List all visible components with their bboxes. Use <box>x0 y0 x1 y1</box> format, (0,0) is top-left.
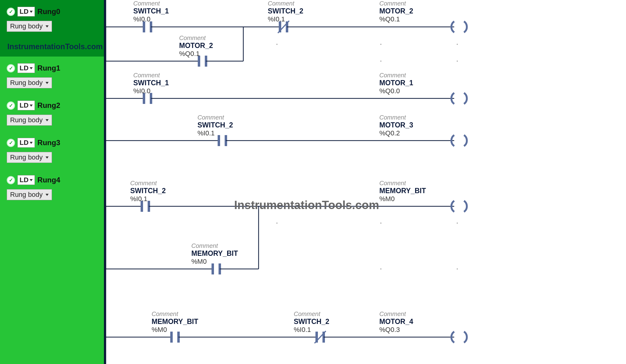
rung-block-0: ✓ LD Rung0 Rung body InstrumentationTool… <box>0 0 104 57</box>
language-dropdown[interactable]: LD <box>17 7 35 17</box>
element-address: %M0 <box>191 258 238 266</box>
rung-body-dropdown[interactable]: Rung body <box>7 21 52 32</box>
svg-point-45 <box>380 268 381 270</box>
svg-point-18 <box>276 44 278 45</box>
chevron-down-icon <box>46 119 49 121</box>
comment-label: Comment <box>379 72 413 79</box>
element-address: %Q0.1 <box>179 50 213 58</box>
rung-body-dropdown[interactable]: Rung body <box>7 152 52 163</box>
svg-point-43 <box>380 222 381 224</box>
rung-name-label: Rung2 <box>37 101 60 110</box>
comment-label: Comment <box>379 0 413 7</box>
chevron-down-icon <box>30 67 33 69</box>
language-label: LD <box>20 176 28 184</box>
element-name: SWITCH_2 <box>294 318 329 326</box>
contact-label: Comment MEMORY_BIT %M0 <box>152 311 198 334</box>
coil-label: Comment MEMORY_BIT %M0 <box>379 180 426 203</box>
rung-name-label: Rung1 <box>37 64 60 72</box>
rung-body-label: Rung body <box>10 191 42 199</box>
element-name: MOTOR_2 <box>179 42 213 50</box>
svg-point-21 <box>380 61 381 62</box>
chevron-down-icon <box>46 156 49 159</box>
contact-label: Comment SWITCH_1 %I0.0 <box>133 72 169 95</box>
contact-label: Comment SWITCH_2 %I0.1 <box>130 180 166 203</box>
rung-block-2: ✓ LD Rung2 Rung body <box>0 94 104 131</box>
svg-point-42 <box>276 222 278 224</box>
language-label: LD <box>20 64 28 72</box>
comment-label: Comment <box>379 114 413 121</box>
ladder-canvas: Comment SWITCH_1 %I0.0 Comment SWITCH_2 … <box>104 0 626 364</box>
watermark-text: InstrumentationTools.com <box>7 42 101 51</box>
rung-block-3: ✓ LD Rung3 Rung body <box>0 131 104 168</box>
rung-body-dropdown[interactable]: Rung body <box>7 189 52 200</box>
svg-point-19 <box>380 44 381 45</box>
chevron-down-icon <box>30 179 33 181</box>
element-name: SWITCH_1 <box>133 7 169 15</box>
comment-label: Comment <box>133 72 169 79</box>
rung-body-dropdown[interactable]: Rung body <box>7 115 52 126</box>
chevron-down-icon <box>46 82 49 84</box>
element-address: %I0.1 <box>268 15 303 23</box>
language-label: LD <box>20 139 28 147</box>
chevron-down-icon <box>30 105 33 107</box>
rung-body-label: Rung body <box>10 153 42 161</box>
coil-label: Comment MOTOR_1 %Q0.0 <box>379 72 413 95</box>
language-dropdown[interactable]: LD <box>17 101 35 110</box>
language-dropdown[interactable]: LD <box>17 63 35 73</box>
rung-body-dropdown[interactable]: Rung body <box>7 77 52 88</box>
chevron-down-icon <box>46 194 49 196</box>
svg-point-20 <box>457 44 458 45</box>
element-address: %Q0.3 <box>379 326 413 334</box>
comment-label: Comment <box>179 35 213 42</box>
comment-label: Comment <box>152 311 198 318</box>
element-name: MOTOR_3 <box>379 121 413 129</box>
check-icon: ✓ <box>7 139 15 147</box>
contact-label: Comment SWITCH_2 %I0.1 <box>268 0 303 23</box>
chevron-down-icon <box>30 142 33 144</box>
language-dropdown[interactable]: LD <box>17 175 35 185</box>
element-address: %M0 <box>152 326 198 334</box>
element-address: %I0.0 <box>133 87 169 95</box>
check-icon: ✓ <box>7 64 15 72</box>
element-name: SWITCH_2 <box>268 7 303 15</box>
language-label: LD <box>20 8 28 16</box>
element-name: MOTOR_1 <box>379 79 413 87</box>
element-address: %M0 <box>379 195 426 203</box>
element-address: %Q0.2 <box>379 129 413 137</box>
element-address: %I0.1 <box>197 129 233 137</box>
element-name: MEMORY_BIT <box>152 318 198 326</box>
svg-point-44 <box>457 222 458 224</box>
element-address: %Q0.1 <box>379 15 413 23</box>
element-name: MEMORY_BIT <box>379 187 426 195</box>
chevron-down-icon <box>46 25 49 28</box>
svg-point-22 <box>457 61 458 62</box>
element-address: %Q0.0 <box>379 87 413 95</box>
rung-name-label: Rung0 <box>37 7 60 16</box>
rung-name-label: Rung3 <box>37 138 60 147</box>
comment-label: Comment <box>133 0 169 7</box>
coil-label: Comment MOTOR_2 %Q0.1 <box>379 0 413 23</box>
contact-label: Comment SWITCH_2 %I0.1 <box>197 114 233 137</box>
rung-name-label: Rung4 <box>37 176 60 184</box>
check-icon: ✓ <box>7 176 15 184</box>
element-address: %I0.1 <box>294 326 329 334</box>
contact-label: Comment MEMORY_BIT %M0 <box>191 242 238 266</box>
element-name: SWITCH_1 <box>133 79 169 87</box>
language-dropdown[interactable]: LD <box>17 138 35 148</box>
chevron-down-icon <box>30 11 33 13</box>
comment-label: Comment <box>379 180 426 187</box>
app-frame: ✓ LD Rung0 Rung body InstrumentationTool… <box>0 0 626 364</box>
contact-label: Comment MOTOR_2 %Q0.1 <box>179 35 213 58</box>
rung-body-label: Rung body <box>10 22 42 30</box>
comment-label: Comment <box>268 0 303 7</box>
check-icon: ✓ <box>7 8 15 16</box>
svg-point-46 <box>457 268 458 270</box>
check-icon: ✓ <box>7 101 15 110</box>
comment-label: Comment <box>379 311 413 318</box>
element-name: MOTOR_4 <box>379 318 413 326</box>
element-name: SWITCH_2 <box>197 121 233 129</box>
element-address: %I0.0 <box>133 15 169 23</box>
comment-label: Comment <box>294 311 329 318</box>
element-name: MOTOR_2 <box>379 7 413 15</box>
element-name: SWITCH_2 <box>130 187 166 195</box>
